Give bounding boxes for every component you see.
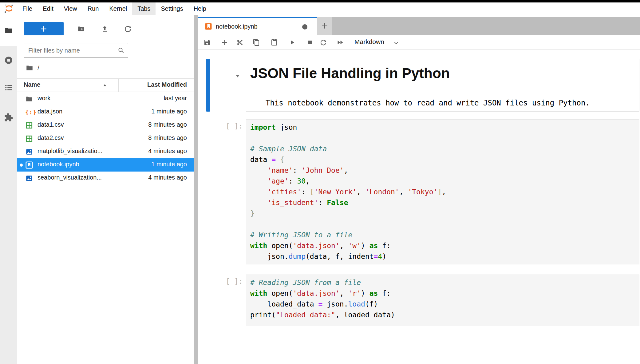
file-row[interactable]: seaborn_visualization...4 minutes ago: [17, 172, 194, 185]
menu-item-settings[interactable]: Settings: [156, 2, 188, 15]
file-last-modified: last year: [164, 95, 187, 102]
save-icon[interactable]: [203, 39, 211, 46]
selected-cell-indicator-bar[interactable]: [206, 59, 210, 112]
upload-icon[interactable]: [101, 25, 109, 33]
file-open-dot: [20, 164, 23, 167]
dock-tab-bar: notebook.ipynb: [198, 17, 640, 35]
run-cell-icon[interactable]: [288, 39, 296, 46]
notebook-file-icon: [25, 161, 33, 169]
csv-file-icon: [25, 135, 33, 143]
menu-item-tabs[interactable]: Tabs: [132, 2, 156, 15]
file-name: data1.csv: [38, 121, 64, 128]
column-divider: [118, 79, 119, 92]
file-row[interactable]: data1.csv8 minutes ago: [17, 119, 194, 132]
tab-notebook[interactable]: notebook.ipynb: [198, 17, 317, 35]
markdown-heading: JSON File Handling in Python: [250, 65, 450, 81]
csv-file-icon: [25, 121, 33, 129]
cell-prompt: [ ]:: [198, 122, 243, 130]
file-list: worklast year{:}data.json1 minute agodat…: [17, 92, 194, 185]
home-folder-icon[interactable]: [26, 64, 34, 72]
file-row[interactable]: data2.csv8 minutes ago: [17, 132, 194, 145]
menu-bar: FileEditViewRunKernelTabsSettingsHelp: [0, 2, 640, 15]
cut-cells-icon[interactable]: [236, 39, 243, 46]
code-editor[interactable]: # Reading JSON from a filewith open('dat…: [246, 275, 639, 326]
paste-cells-icon[interactable]: [271, 39, 278, 46]
notebook-file-icon: [205, 23, 212, 30]
menu-item-view[interactable]: View: [59, 2, 82, 15]
file-row[interactable]: worklast year: [17, 92, 194, 105]
menu-items: FileEditViewRunKernelTabsSettingsHelp: [17, 2, 211, 15]
jupyter-logo-icon: [4, 3, 14, 14]
panel-split-divider[interactable]: [194, 15, 198, 364]
file-last-modified: 8 minutes ago: [148, 134, 187, 141]
window-top-strip: [0, 0, 640, 2]
markdown-body: This notebook demonstrates how to read a…: [266, 99, 590, 107]
filter-files-box: [24, 43, 128, 58]
cell-prompt: [ ]:: [198, 277, 243, 285]
file-name: seaborn_visualization...: [38, 174, 102, 181]
json-file-icon: {:}: [25, 108, 33, 116]
new-launcher-button[interactable]: [24, 22, 64, 35]
file-row[interactable]: {:}data.json1 minute ago: [17, 105, 194, 119]
filter-files-input[interactable]: [28, 45, 115, 56]
file-last-modified: 8 minutes ago: [148, 121, 187, 128]
menu-item-run[interactable]: Run: [82, 2, 104, 15]
file-row[interactable]: matplotlib_visualizatio...4 minutes ago: [17, 145, 194, 158]
file-row[interactable]: notebook.ipynb1 minute ago: [17, 158, 194, 172]
menu-item-kernel[interactable]: Kernel: [104, 2, 132, 15]
folder-file-icon: [25, 95, 33, 103]
file-last-modified: 4 minutes ago: [148, 174, 187, 181]
file-name: data.json: [38, 108, 62, 115]
unsaved-changes-dot[interactable]: [302, 24, 307, 30]
file-last-modified: 1 minute ago: [151, 161, 187, 168]
image-file-icon: [25, 148, 33, 156]
running-kernels-icon[interactable]: [4, 56, 13, 65]
file-list-header: Name Last Modified: [17, 78, 194, 92]
refresh-file-list-icon[interactable]: [124, 25, 132, 33]
new-folder-icon[interactable]: [77, 25, 85, 33]
file-name: data2.csv: [38, 134, 64, 141]
tab-title: notebook.ipynb: [216, 23, 258, 30]
chevron-down-icon[interactable]: [393, 40, 400, 46]
file-last-modified: 1 minute ago: [151, 108, 187, 115]
notebook-toolbar: Markdown: [198, 35, 640, 50]
copy-cells-icon[interactable]: [253, 39, 260, 46]
extensions-icon[interactable]: [4, 113, 13, 122]
new-tab-button[interactable]: [317, 17, 332, 35]
cell-type-dropdown[interactable]: Markdown: [354, 38, 384, 46]
activity-bar: [0, 15, 17, 364]
file-name: work: [38, 95, 50, 102]
file-last-modified: 4 minutes ago: [148, 148, 187, 155]
file-browser-panel: / Name Last Modified worklast year{:}dat…: [17, 15, 194, 364]
menu-item-file[interactable]: File: [17, 2, 38, 15]
breadcrumb[interactable]: /: [26, 63, 39, 73]
jupyterlab-window: FileEditViewRunKernelTabsSettingsHelp: [0, 0, 640, 364]
file-browser-icon[interactable]: [4, 26, 13, 35]
column-header-name[interactable]: Name: [24, 81, 40, 88]
markdown-cell[interactable]: JSON File Handling in Python This notebo…: [246, 59, 639, 112]
notebook-content: JSON File Handling in Python This notebo…: [198, 51, 640, 364]
column-header-last-modified[interactable]: Last Modified: [147, 81, 187, 88]
restart-kernel-icon[interactable]: [320, 39, 327, 46]
table-of-contents-icon[interactable]: [4, 83, 13, 92]
code-editor[interactable]: import json # Sample JSON datadata = { '…: [246, 119, 639, 264]
stop-kernel-icon[interactable]: [306, 39, 314, 46]
add-cell-icon[interactable]: [221, 39, 228, 46]
file-name: matplotlib_visualizatio...: [38, 148, 102, 155]
search-icon: [117, 47, 125, 54]
file-name: notebook.ipynb: [38, 161, 79, 168]
sort-ascending-icon[interactable]: [102, 83, 107, 88]
restart-run-all-icon[interactable]: [337, 39, 344, 46]
breadcrumb-root[interactable]: /: [38, 64, 39, 72]
image-file-icon: [25, 174, 33, 182]
main-dock-panel: notebook.ipynb: [198, 15, 640, 364]
cell-collapser-icon[interactable]: [234, 73, 241, 80]
menu-item-help[interactable]: Help: [188, 2, 211, 15]
menu-item-edit[interactable]: Edit: [38, 2, 58, 15]
